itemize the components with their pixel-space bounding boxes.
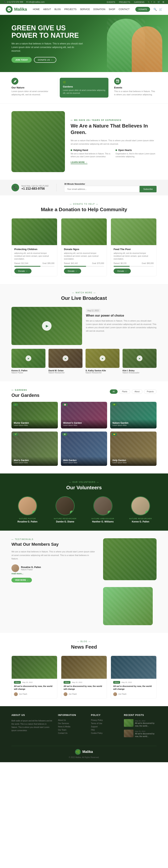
about-title: We Are a Nature That Believes In Green. bbox=[71, 123, 157, 136]
nav-service[interactable]: SERVICE bbox=[80, 8, 90, 11]
thumb-1-name: Kenne G. Pallen bbox=[11, 369, 46, 372]
nav-home[interactable]: HOME bbox=[33, 8, 40, 11]
dot-icon2 bbox=[115, 149, 117, 151]
footer-policy-item-5[interactable]: Cookie Policy bbox=[91, 732, 118, 734]
news-tag: BLOG bbox=[11, 641, 157, 643]
donate-ngos-button[interactable]: Donate → bbox=[64, 269, 81, 274]
garden-badge-men: 🌱 bbox=[13, 433, 18, 436]
header-donate-button[interactable]: DONATE bbox=[135, 7, 150, 12]
email-input[interactable] bbox=[64, 186, 140, 192]
broadcast-tag: WATCH MORE bbox=[11, 291, 157, 294]
news-body-3: About May 25, 2022 All we're discovered … bbox=[111, 679, 156, 699]
footer-news-date-2: May 25, 2022 bbox=[135, 731, 145, 732]
testimonial-avatar bbox=[11, 564, 19, 572]
filter-about[interactable]: About bbox=[132, 390, 142, 394]
learn-more-link[interactable]: LEARN MORE → bbox=[71, 161, 87, 164]
join-today-button[interactable]: JOIN TODAY bbox=[11, 57, 32, 63]
volunteer-badge-rosaline: ✓ bbox=[32, 510, 36, 515]
cart-header-icon[interactable]: 🛒 bbox=[159, 8, 162, 11]
nature-icon bbox=[11, 78, 18, 85]
footer-info-item-2[interactable]: Our Services bbox=[58, 722, 85, 724]
news-image-2 bbox=[61, 656, 107, 679]
footer-policy-item-4[interactable]: FAQ bbox=[91, 729, 118, 731]
footer-news-title-2[interactable]: All we're discovered by now, the world..… bbox=[135, 733, 157, 738]
grid-icon[interactable]: ⊞ bbox=[163, 1, 164, 3]
footer-info-item-1[interactable]: About Us bbox=[58, 719, 85, 721]
news-body-2: About May 25, 2022 All we're discovered … bbox=[61, 679, 107, 699]
footer-about: About Us Both walls of ipsum and tell th… bbox=[11, 714, 52, 740]
twitter-icon[interactable]: 𝕏 bbox=[148, 1, 149, 3]
volunteer-dambe: ✓ NATURE RESEARCHER Dambe G. Diame bbox=[49, 496, 81, 523]
card-children-meta: Raised: $12,544 Goal: $95,000 bbox=[14, 262, 54, 265]
garden-name-nature: Nature Garden bbox=[112, 422, 154, 424]
broadcast-video-title: When our power of choice bbox=[86, 314, 157, 317]
footer-news-title-1[interactable]: All we're discovered by now, the world..… bbox=[135, 722, 157, 727]
news-meta-3: About May 25, 2022 bbox=[113, 681, 154, 684]
nav-projects[interactable]: PROJECTS bbox=[64, 8, 77, 11]
view-more-button[interactable]: VIEW MORE → bbox=[11, 578, 32, 583]
open-hearts-title: Open Hearts bbox=[115, 149, 157, 152]
donate-poor-button[interactable]: Donate → bbox=[114, 269, 131, 274]
volunteer-badge-kenne: ✓ bbox=[145, 510, 149, 515]
card-poor-body: Feed The Poor adipiscing elit, sed do ei… bbox=[111, 245, 156, 276]
garden-overlay-men: Men's Garden Lorem ipsum dolor bbox=[11, 457, 58, 466]
footer-logo: 🌿 Malika bbox=[75, 749, 93, 755]
donation-header: DONATE TO HELP Make a Donation to Help C… bbox=[11, 203, 157, 213]
footer-info-item-3[interactable]: News & Media bbox=[58, 725, 85, 728]
cart-icon[interactable]: 🛒 bbox=[158, 1, 160, 3]
feature-events-desc: This is a nature that believes in Nature… bbox=[114, 90, 157, 96]
garden-desc-help: Lorem ipsum dolor bbox=[112, 462, 154, 464]
footer-policy-item-2[interactable]: Terms of Use bbox=[91, 722, 118, 724]
search-icon[interactable]: 🔍 bbox=[153, 8, 157, 11]
facebook-icon[interactable]: f bbox=[151, 1, 152, 3]
news-cards: About May 25, 2022 All we're discovered … bbox=[11, 656, 157, 699]
news-author-name-1: Joe Flash bbox=[19, 693, 27, 695]
footer-info-item-4[interactable]: Our Team bbox=[58, 729, 85, 731]
newsletter-form: Subscribe bbox=[64, 186, 157, 192]
open-hearts-desc: Organisation is. And in the nature Lorem… bbox=[115, 152, 157, 158]
news-date-1: May 25, 2022 bbox=[22, 681, 33, 683]
hero-person2-image bbox=[132, 26, 162, 72]
broadcast-thumb-4: Kim I. Boley Nature Ambassador bbox=[122, 349, 157, 374]
subscribe-button[interactable]: Subscribe bbox=[140, 186, 157, 192]
donate-us-button[interactable]: DONATE US → bbox=[34, 57, 56, 63]
dot-icon bbox=[71, 149, 72, 151]
filter-projects[interactable]: Projects bbox=[144, 390, 157, 394]
events-link[interactable]: EVENTS bbox=[107, 1, 115, 3]
feature-nature-desc: Lorem ipsum dolor sit amet consectetur a… bbox=[11, 90, 54, 96]
volunteer-name-kenne: Kenne G. Pallen bbox=[125, 520, 157, 523]
news-image-1 bbox=[12, 656, 57, 679]
instagram-icon[interactable]: in bbox=[153, 1, 155, 3]
hero-section: GREEN GIVE US POWER TO NATURE We are a n… bbox=[0, 15, 168, 72]
garden-overlay-nature: Nature Garden Lorem ipsum dolor bbox=[110, 419, 157, 429]
nav-contact[interactable]: CONTACT bbox=[119, 8, 130, 11]
projects-link[interactable]: PROJECTS bbox=[119, 1, 130, 3]
nav-donation[interactable]: DONATION bbox=[93, 8, 105, 11]
about-features: Helping Hand We are a nature that believ… bbox=[71, 149, 157, 158]
footer-recent: Recent Posts May 25, 2022 All we're disc… bbox=[124, 714, 157, 740]
hero-buttons: JOIN TODAY DONATE US → bbox=[11, 57, 84, 63]
card-children-raised: Raised: $12,544 bbox=[14, 262, 28, 265]
footer-info-item-5[interactable]: Contact Us bbox=[58, 732, 85, 734]
contact-bar: 📞 Need Help, Call Our HELPLINE! +1 212-6… bbox=[0, 180, 168, 195]
newsletter-title: 30 Minute Newsletter bbox=[64, 183, 157, 185]
news-author-2: Joe Flash bbox=[63, 692, 105, 696]
nav-about[interactable]: ABOUT bbox=[43, 8, 51, 11]
footer-recent-title: Recent Posts bbox=[124, 714, 157, 716]
footer-policy-item-1[interactable]: Privacy Policy bbox=[91, 719, 118, 721]
read-more-link[interactable]: read more... bbox=[11, 572, 23, 575]
card-poor-progress-fill bbox=[114, 266, 130, 267]
garden-overlay-help: Help Garden Lorem ipsum dolor bbox=[110, 457, 157, 466]
gardens-grid: 🌿 Muniz Garden Lorem ipsum dolor 🌸 Women… bbox=[11, 402, 157, 466]
donation-card-children: Protecting Children adipiscing elit, sed… bbox=[11, 218, 57, 276]
garden-badge-nature: 🍀 bbox=[112, 403, 117, 406]
nav-shop[interactable]: SHOP bbox=[109, 8, 115, 11]
footer-policy-item-3[interactable]: Support bbox=[91, 725, 118, 728]
gardens-link[interactable]: GARDENS bbox=[134, 1, 144, 3]
hero-title: GREEN GIVE US POWER TO NATURE bbox=[11, 24, 84, 39]
filter-all[interactable]: All bbox=[110, 390, 118, 394]
filter-plants[interactable]: Plants bbox=[119, 390, 130, 394]
volunteer-avatar-rosaline: ✓ bbox=[18, 496, 37, 516]
nav-blog[interactable]: BLOG bbox=[54, 8, 61, 11]
donate-children-button[interactable]: Donate → bbox=[14, 269, 31, 274]
